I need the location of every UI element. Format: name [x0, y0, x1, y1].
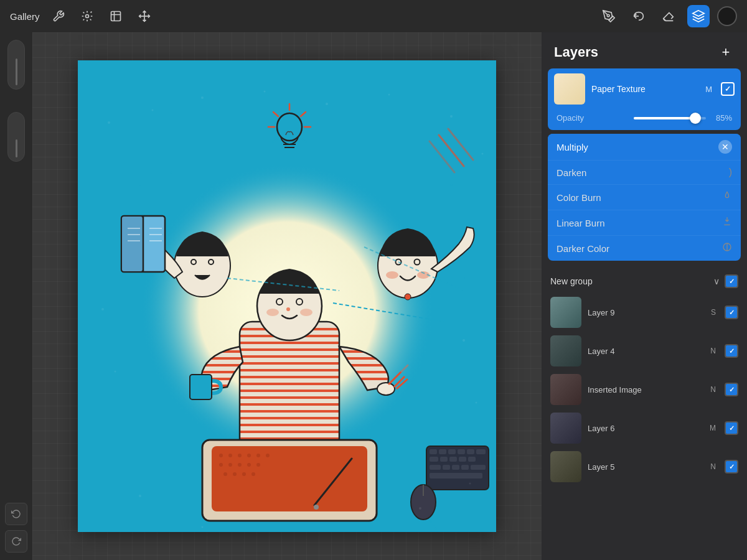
layers-tool-icon[interactable]: [687, 5, 710, 27]
layer9-visibility[interactable]: [725, 306, 738, 319]
svg-rect-125: [468, 457, 476, 462]
svg-point-153: [419, 507, 421, 510]
svg-point-147: [101, 308, 104, 310]
svg-point-146: [482, 153, 484, 155]
svg-point-107: [256, 463, 260, 467]
list-item[interactable]: Layer 6 M: [542, 409, 747, 447]
list-item[interactable]: Inserted Image N: [542, 370, 747, 409]
layers-panel: Layers + Paper Texture M Opacity 85%: [542, 32, 747, 560]
multiply-option[interactable]: Multiply ✕: [548, 134, 741, 160]
svg-rect-120: [476, 449, 486, 454]
opacity-slider[interactable]: [634, 117, 706, 119]
darker-color-label: Darker Color: [557, 243, 722, 254]
opacity-slider-fill: [634, 117, 695, 119]
add-layer-button[interactable]: +: [717, 44, 735, 61]
svg-marker-4: [693, 11, 704, 16]
svg-rect-121: [430, 457, 438, 462]
opacity-slider-thumb[interactable]: [690, 113, 701, 124]
layer6-thumb: [550, 413, 581, 444]
darker-color-option[interactable]: Darker Color: [548, 235, 741, 261]
color-burn-icon: [722, 191, 732, 203]
paper-texture-blend-badge: M: [705, 85, 712, 94]
svg-point-150: [476, 402, 477, 404]
svg-point-14: [438, 309, 440, 310]
layer4-thumb: [550, 335, 581, 366]
svg-point-141: [201, 96, 204, 99]
layer9-badge: S: [711, 308, 716, 317]
svg-point-3: [607, 14, 609, 17]
svg-rect-118: [458, 449, 465, 454]
layers-list: New group ∨ Layer 9 S Layer 4 N Inserted…: [542, 264, 747, 560]
brush-size-slider[interactable]: [7, 40, 25, 90]
wrench-icon[interactable]: [49, 6, 68, 26]
svg-point-91: [386, 271, 398, 279]
svg-point-69: [377, 383, 395, 395]
brush-tool-icon[interactable]: [598, 5, 620, 27]
layer6-name: Layer 6: [588, 424, 703, 433]
paper-texture-visibility[interactable]: [721, 82, 735, 96]
svg-point-55: [300, 309, 312, 316]
inserted-image-visibility[interactable]: [725, 383, 738, 396]
gallery-button[interactable]: Gallery: [10, 11, 40, 22]
svg-rect-131: [430, 473, 482, 478]
redo-button[interactable]: [5, 530, 27, 553]
paper-texture-name: Paper Texture: [591, 84, 699, 94]
svg-point-12: [420, 215, 421, 217]
smear-tool-icon[interactable]: [627, 5, 650, 27]
paper-texture-layer[interactable]: Paper Texture M Opacity 85%: [548, 68, 741, 130]
svg-point-106: [247, 463, 251, 467]
svg-rect-117: [448, 449, 456, 454]
linear-burn-option[interactable]: Linear Burn: [548, 210, 741, 235]
svg-point-97: [219, 454, 223, 457]
group-visibility[interactable]: [725, 274, 738, 288]
layers-header: Layers +: [542, 32, 747, 68]
svg-rect-130: [471, 465, 486, 470]
svg-point-98: [228, 454, 232, 457]
layer4-visibility[interactable]: [725, 344, 738, 358]
svg-point-113: [314, 505, 319, 510]
selection-icon[interactable]: [106, 6, 126, 26]
svg-point-144: [388, 94, 390, 96]
adjustments-icon[interactable]: [77, 6, 97, 26]
opacity-slider-left[interactable]: [7, 112, 25, 162]
list-item[interactable]: Layer 4 N: [542, 332, 747, 370]
opacity-value: 85%: [716, 113, 732, 123]
topbar-left: Gallery: [10, 6, 154, 26]
sidebar-bottom: [5, 503, 27, 553]
layer9-thumb: [550, 297, 581, 328]
layer5-visibility[interactable]: [725, 460, 738, 474]
list-item[interactable]: Layer 5 N: [542, 447, 747, 486]
inserted-image-thumb: [550, 374, 581, 405]
color-burn-option[interactable]: Color Burn: [548, 184, 741, 210]
svg-rect-128: [452, 465, 459, 470]
layer5-badge: N: [710, 462, 716, 471]
svg-point-101: [256, 454, 260, 457]
darken-option[interactable]: Darken ): [548, 160, 741, 184]
undo-button[interactable]: [5, 503, 27, 525]
main-area: Layers + Paper Texture M Opacity 85%: [0, 32, 747, 560]
layer5-name: Layer 5: [588, 462, 704, 472]
svg-point-105: [238, 463, 242, 467]
svg-point-154: [469, 483, 471, 485]
svg-point-151: [139, 495, 141, 497]
layers-panel-title: Layers: [554, 44, 598, 60]
svg-point-0: [85, 15, 88, 18]
svg-rect-122: [440, 457, 448, 462]
svg-point-142: [264, 91, 266, 93]
eraser-tool-icon[interactable]: [657, 5, 680, 27]
svg-point-9: [201, 196, 204, 198]
multiply-close-button[interactable]: ✕: [718, 140, 732, 154]
transform-icon[interactable]: [134, 6, 154, 26]
blend-mode-dropdown: Multiply ✕ Darken ) Color Burn Linear Bu…: [548, 134, 741, 261]
inserted-image-badge: N: [710, 385, 716, 394]
group-header[interactable]: New group ∨: [542, 269, 747, 293]
paper-texture-row: Paper Texture M: [548, 68, 741, 110]
svg-point-99: [238, 454, 242, 457]
opacity-row: Opacity 85%: [548, 110, 741, 130]
color-picker[interactable]: [717, 6, 737, 26]
layer5-thumb: [550, 451, 581, 482]
artwork-canvas[interactable]: [78, 60, 496, 532]
layer6-visibility[interactable]: [725, 421, 738, 435]
svg-point-139: [108, 121, 110, 124]
list-item[interactable]: Layer 9 S: [542, 293, 747, 332]
